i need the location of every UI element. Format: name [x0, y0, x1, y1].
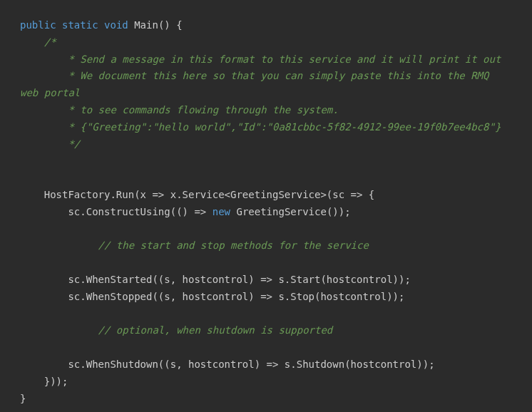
code-line: }	[20, 393, 26, 404]
keyword-public: public	[20, 19, 56, 31]
keyword-void: void	[104, 19, 128, 31]
code-line: sc.WhenStarted((s, hostcontrol) => s.Sta…	[20, 274, 411, 285]
code-line: sc.WhenShutdown((s, hostcontrol) => s.Sh…	[20, 359, 435, 370]
code-line: }));	[20, 376, 68, 387]
code-line: sc.WhenStopped((s, hostcontrol) => s.Sto…	[20, 291, 404, 302]
comment-line: // optional, when shutdown is supported	[20, 324, 332, 336]
keyword-new: new	[213, 206, 230, 217]
comment-line: * to see commands flowing through the sy…	[20, 104, 339, 115]
comment-line: * We document this here so that you can …	[20, 70, 495, 98]
comment-open: /*	[20, 36, 56, 48]
code-line: sc.ConstructUsing(() =>	[20, 206, 213, 217]
keyword-static: static	[62, 19, 98, 31]
code-line: HostFactory.Run(x => x.Service<GreetingS…	[20, 189, 374, 200]
method-signature: Main() {	[128, 19, 183, 31]
comment-line: * Send a message in this format to this …	[20, 53, 501, 65]
comment-line: // the start and stop methods for the se…	[20, 240, 369, 251]
comment-close: */	[20, 138, 80, 150]
code-block: public static void Main() { /* * Send a …	[0, 0, 532, 412]
code-line: GreetingService());	[230, 206, 351, 217]
comment-line: * {"Greeting":"hello world","Id":"0a81cb…	[20, 121, 501, 133]
